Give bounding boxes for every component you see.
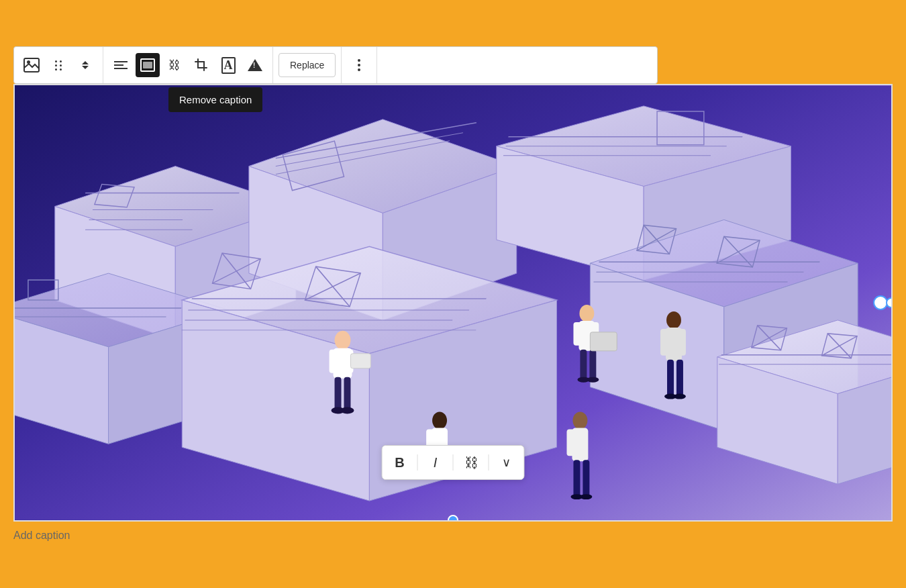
toolbar-group-replace: Replace [273,47,342,83]
image-block: B I ⛓ ∨ [13,84,893,522]
svg-point-100 [674,394,686,399]
drag-icon [55,60,62,70]
svg-rect-71 [330,350,338,373]
svg-rect-98 [676,360,683,397]
toolbar-group-block [14,47,103,83]
svg-rect-77 [350,354,370,369]
svg-rect-89 [589,350,596,380]
inline-text-toolbar: B I ⛓ ∨ [382,445,525,480]
toolbar-divider-2 [453,454,454,471]
svg-point-91 [587,377,599,383]
warning-icon: ! [248,59,262,71]
full-width-button[interactable] [136,53,160,77]
svg-rect-105 [583,460,589,497]
drag-button[interactable] [46,53,70,77]
svg-point-101 [572,412,587,430]
fullwidth-icon [140,58,155,72]
crop-icon [195,58,208,72]
italic-button[interactable]: I [423,450,448,475]
image-type-button[interactable] [19,53,44,77]
svg-point-84 [579,305,594,322]
editor-container: ⛓ A ! Replace [13,33,893,555]
svg-rect-86 [573,322,581,346]
svg-point-107 [580,494,592,499]
svg-rect-3 [143,62,152,68]
image-toolbar: ⛓ A ! Replace [13,46,658,84]
svg-point-93 [666,311,681,329]
svg-point-76 [341,407,354,414]
caption-area[interactable]: Add caption [13,522,893,542]
svg-rect-92 [590,332,617,351]
svg-rect-88 [580,350,587,380]
svg-rect-97 [667,360,674,397]
align-icon [114,61,128,69]
svg-rect-104 [573,460,580,497]
warning-button[interactable]: ! [243,53,267,77]
crop-button[interactable] [189,53,213,77]
more-icon [358,59,360,71]
alttext-icon: A [221,57,236,74]
toolbar-divider-3 [489,454,489,471]
inline-more-button[interactable]: ∨ [495,450,519,475]
chevron-icon [82,61,89,69]
inline-link-icon: ⛓ [464,455,478,471]
svg-point-78 [432,412,447,430]
inline-chevron-icon: ∨ [502,455,511,470]
svg-rect-96 [678,329,686,356]
resize-handle-right[interactable] [886,297,893,308]
alt-text-button[interactable]: A [216,53,240,77]
link-icon: ⛓ [168,58,181,72]
move-button[interactable] [73,53,97,77]
toolbar-group-format: ⛓ A ! [103,47,273,83]
align-button[interactable] [109,53,133,77]
inline-link-button[interactable]: ⛓ [459,450,483,475]
image-icon [23,58,40,72]
svg-rect-103 [566,429,574,456]
more-options-button[interactable] [347,53,371,77]
toolbar-divider [417,454,418,471]
svg-rect-95 [660,329,668,356]
replace-button[interactable]: Replace [279,53,336,77]
link-button[interactable]: ⛓ [162,53,187,77]
svg-rect-73 [335,377,342,411]
bold-button[interactable]: B [388,450,412,475]
image-content: B I ⛓ ∨ [15,85,891,520]
svg-rect-74 [344,377,350,411]
toolbar-group-more [342,47,377,83]
svg-point-69 [335,331,351,350]
